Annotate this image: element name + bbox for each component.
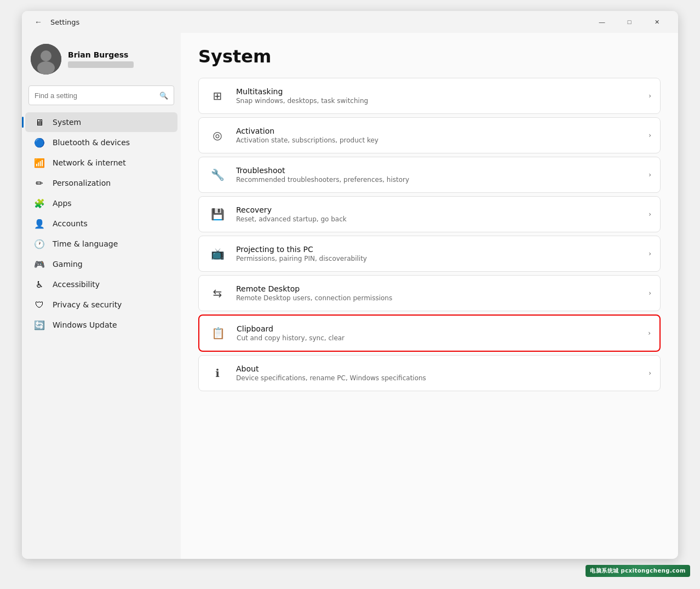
main-content: System ⊞ Multitasking Snap windows, desk… xyxy=(181,33,678,559)
update-icon: 🔄 xyxy=(34,319,45,330)
profile-info: Brian Burgess xyxy=(68,50,134,68)
back-button[interactable]: ← xyxy=(31,14,46,30)
minimize-button[interactable]: — xyxy=(589,13,615,31)
nav-list: 🖥 System 🔵 Bluetooth & devices 📶 Network… xyxy=(22,112,181,335)
svg-point-1 xyxy=(41,50,51,61)
activation-desc: Activation state, subscriptions, product… xyxy=(236,136,640,144)
troubleshoot-chevron: › xyxy=(649,171,651,179)
titlebar: ← Settings — □ ✕ xyxy=(22,11,678,33)
multitasking-title: Multitasking xyxy=(236,87,640,96)
about-desc: Device specifications, rename PC, Window… xyxy=(236,374,640,382)
profile-section: Brian Burgess xyxy=(22,39,181,83)
recovery-title: Recovery xyxy=(236,205,640,214)
setting-item-troubleshoot[interactable]: 🔧 Troubleshoot Recommended troubleshoote… xyxy=(198,157,661,193)
sidebar-item-network[interactable]: 📶 Network & internet xyxy=(25,153,177,173)
clipboard-text: Clipboard Cut and copy history, sync, cl… xyxy=(237,324,639,342)
system-icon: 🖥 xyxy=(34,117,45,128)
gaming-icon: 🎮 xyxy=(34,259,45,270)
svg-point-2 xyxy=(37,61,55,75)
clipboard-title: Clipboard xyxy=(237,324,639,333)
avatar xyxy=(31,44,61,75)
update-label: Windows Update xyxy=(53,321,117,329)
clipboard-icon: 📋 xyxy=(208,323,228,343)
search-box[interactable]: 🔍 xyxy=(28,85,174,105)
time-icon: 🕐 xyxy=(34,238,45,249)
sidebar-item-gaming[interactable]: 🎮 Gaming xyxy=(25,254,177,274)
clipboard-chevron: › xyxy=(648,329,651,337)
troubleshoot-text: Troubleshoot Recommended troubleshooters… xyxy=(236,166,640,184)
activation-text: Activation Activation state, subscriptio… xyxy=(236,127,640,144)
activation-icon: ◎ xyxy=(208,125,227,145)
about-chevron: › xyxy=(649,369,651,377)
privacy-label: Privacy & security xyxy=(53,300,122,309)
accounts-icon: 👤 xyxy=(34,218,45,229)
sidebar-item-accessibility[interactable]: ♿ Accessibility xyxy=(25,275,177,294)
remote-desktop-desc: Remote Desktop users, connection permiss… xyxy=(236,294,640,302)
bluetooth-icon: 🔵 xyxy=(34,137,45,148)
recovery-icon: 💾 xyxy=(208,204,227,224)
sidebar-item-privacy[interactable]: 🛡 Privacy & security xyxy=(25,295,177,314)
time-label: Time & language xyxy=(53,239,118,248)
sidebar-item-accounts[interactable]: 👤 Accounts xyxy=(25,214,177,233)
close-button[interactable]: ✕ xyxy=(644,13,669,31)
search-input[interactable] xyxy=(35,92,155,100)
sidebar-item-personalization[interactable]: ✏️ Personalization xyxy=(25,173,177,193)
multitasking-icon: ⊞ xyxy=(208,86,227,106)
setting-item-recovery[interactable]: 💾 Recovery Reset, advanced startup, go b… xyxy=(198,196,661,232)
setting-item-multitasking[interactable]: ⊞ Multitasking Snap windows, desktops, t… xyxy=(198,78,661,114)
profile-name: Brian Burgess xyxy=(68,50,134,59)
troubleshoot-icon: 🔧 xyxy=(208,165,227,185)
window-controls: — □ ✕ xyxy=(589,13,669,31)
projecting-text: Projecting to this PC Permissions, pairi… xyxy=(236,245,640,262)
profile-email-placeholder xyxy=(68,61,134,68)
remote-desktop-chevron: › xyxy=(649,289,651,297)
activation-title: Activation xyxy=(236,127,640,135)
projecting-title: Projecting to this PC xyxy=(236,245,640,254)
network-label: Network & internet xyxy=(53,158,126,167)
sidebar: Brian Burgess 🔍 🖥 System 🔵 Bluetooth & d… xyxy=(22,33,181,559)
gaming-label: Gaming xyxy=(53,260,83,268)
system-label: System xyxy=(53,118,81,127)
search-icon: 🔍 xyxy=(159,92,168,100)
window-title: Settings xyxy=(50,18,79,26)
accessibility-icon: ♿ xyxy=(34,279,45,290)
privacy-icon: 🛡 xyxy=(34,299,45,310)
settings-list: ⊞ Multitasking Snap windows, desktops, t… xyxy=(198,78,661,391)
setting-item-about[interactable]: ℹ About Device specifications, rename PC… xyxy=(198,355,661,391)
apps-label: Apps xyxy=(53,199,72,208)
remote-desktop-title: Remote Desktop xyxy=(236,284,640,293)
multitasking-text: Multitasking Snap windows, desktops, tas… xyxy=(236,87,640,105)
page-title: System xyxy=(198,46,661,67)
activation-chevron: › xyxy=(649,131,651,139)
troubleshoot-desc: Recommended troubleshooters, preferences… xyxy=(236,176,640,184)
sidebar-item-system[interactable]: 🖥 System xyxy=(25,112,177,132)
multitasking-chevron: › xyxy=(649,92,651,100)
apps-icon: 🧩 xyxy=(34,198,45,209)
network-icon: 📶 xyxy=(34,157,45,168)
watermark: 电脑系统城 pcxitongcheng.com xyxy=(586,565,690,577)
bluetooth-label: Bluetooth & devices xyxy=(53,138,130,147)
setting-item-activation[interactable]: ◎ Activation Activation state, subscript… xyxy=(198,117,661,153)
setting-item-clipboard[interactable]: 📋 Clipboard Cut and copy history, sync, … xyxy=(198,314,661,352)
accessibility-label: Accessibility xyxy=(53,280,100,289)
clipboard-desc: Cut and copy history, sync, clear xyxy=(237,334,639,342)
projecting-chevron: › xyxy=(649,250,651,258)
troubleshoot-title: Troubleshoot xyxy=(236,166,640,175)
about-title: About xyxy=(236,364,640,373)
recovery-chevron: › xyxy=(649,210,651,218)
sidebar-item-apps[interactable]: 🧩 Apps xyxy=(25,193,177,213)
multitasking-desc: Snap windows, desktops, task switching xyxy=(236,97,640,105)
recovery-text: Recovery Reset, advanced startup, go bac… xyxy=(236,205,640,223)
setting-item-projecting[interactable]: 📺 Projecting to this PC Permissions, pai… xyxy=(198,236,661,272)
sidebar-item-bluetooth[interactable]: 🔵 Bluetooth & devices xyxy=(25,133,177,152)
avatar-image xyxy=(31,44,61,75)
remote-desktop-text: Remote Desktop Remote Desktop users, con… xyxy=(236,284,640,302)
remote-desktop-icon: ⇆ xyxy=(208,283,227,303)
maximize-button[interactable]: □ xyxy=(617,13,642,31)
projecting-icon: 📺 xyxy=(208,244,227,264)
sidebar-item-time[interactable]: 🕐 Time & language xyxy=(25,234,177,254)
recovery-desc: Reset, advanced startup, go back xyxy=(236,215,640,223)
personalization-icon: ✏️ xyxy=(34,178,45,188)
sidebar-item-update[interactable]: 🔄 Windows Update xyxy=(25,315,177,335)
setting-item-remote-desktop[interactable]: ⇆ Remote Desktop Remote Desktop users, c… xyxy=(198,275,661,311)
